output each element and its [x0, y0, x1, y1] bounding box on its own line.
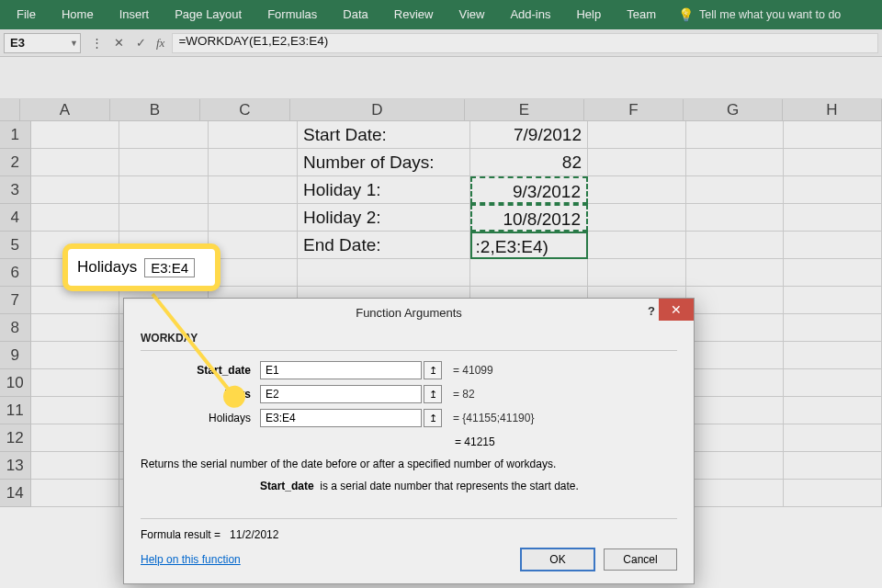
cell-H8[interactable]: [784, 314, 882, 342]
cell-G14[interactable]: [686, 480, 785, 507]
cell-C5[interactable]: [209, 232, 298, 259]
ribbon-tab-page-layout[interactable]: Page Layout: [162, 0, 254, 29]
cell-D6[interactable]: [298, 259, 470, 287]
cell-F5[interactable]: [588, 232, 686, 259]
range-selector-icon[interactable]: ↥: [424, 385, 442, 403]
cell-E2[interactable]: 82: [470, 149, 588, 176]
column-header-C[interactable]: C: [200, 99, 290, 121]
cell-D3[interactable]: Holiday 1:: [298, 176, 470, 204]
cell-H4[interactable]: [784, 204, 882, 232]
cell-C3[interactable]: [209, 176, 298, 204]
cell-G7[interactable]: [686, 287, 785, 314]
cell-C6[interactable]: [209, 259, 298, 287]
cell-E5[interactable]: :2,E3:E4): [470, 232, 588, 259]
cell-A12[interactable]: [31, 424, 120, 452]
select-all-corner[interactable]: [0, 99, 20, 121]
cell-C2[interactable]: [209, 149, 298, 176]
cell-G3[interactable]: [686, 176, 785, 204]
cell-A9[interactable]: [31, 342, 120, 369]
cell-G9[interactable]: [686, 342, 785, 369]
range-selector-icon[interactable]: ↥: [424, 409, 442, 427]
cell-E1[interactable]: 7/9/2012: [470, 121, 588, 149]
cancel-icon[interactable]: ✕: [108, 33, 129, 53]
row-header-3[interactable]: 3: [0, 176, 31, 204]
cell-B4[interactable]: [119, 204, 209, 232]
ribbon-tab-view[interactable]: View: [446, 0, 497, 29]
cell-B2[interactable]: [119, 149, 209, 176]
cell-A4[interactable]: [31, 204, 120, 232]
cell-A11[interactable]: [31, 397, 120, 424]
arg-input-holidays[interactable]: [260, 409, 422, 427]
cell-H1[interactable]: [784, 121, 882, 149]
arg-input-days[interactable]: [260, 385, 422, 403]
cell-H2[interactable]: [784, 149, 882, 176]
ribbon-tab-team[interactable]: Team: [614, 0, 669, 29]
dialog-titlebar[interactable]: Function Arguments ? ✕: [124, 299, 694, 326]
enter-icon[interactable]: ✓: [130, 33, 151, 53]
cell-G12[interactable]: [686, 424, 785, 452]
arg-input-start_date[interactable]: [260, 361, 422, 379]
formula-input[interactable]: =WORKDAY(E1,E2,E3:E4): [172, 33, 878, 53]
row-header-11[interactable]: 11: [0, 397, 31, 424]
column-header-E[interactable]: E: [465, 99, 584, 121]
column-header-G[interactable]: G: [684, 99, 783, 121]
cell-G11[interactable]: [686, 397, 785, 424]
ribbon-tab-formulas[interactable]: Formulas: [254, 0, 330, 29]
close-button[interactable]: ✕: [659, 299, 694, 321]
cell-H9[interactable]: [784, 342, 882, 369]
row-header-9[interactable]: 9: [0, 342, 31, 369]
cell-A14[interactable]: [31, 480, 120, 507]
fx-icon[interactable]: fx: [156, 36, 164, 51]
cell-G5[interactable]: [686, 232, 785, 259]
cell-G2[interactable]: [686, 149, 785, 176]
cell-C1[interactable]: [209, 121, 298, 149]
name-box[interactable]: E3 ▼: [4, 33, 81, 53]
range-selector-icon[interactable]: ↥: [424, 361, 442, 379]
cell-G6[interactable]: [686, 259, 785, 287]
cell-H14[interactable]: [784, 480, 882, 507]
help-icon[interactable]: ?: [648, 304, 655, 318]
row-header-2[interactable]: 2: [0, 149, 31, 176]
row-header-14[interactable]: 14: [0, 480, 31, 507]
cell-G1[interactable]: [686, 121, 785, 149]
ribbon-tab-home[interactable]: Home: [49, 0, 107, 29]
cell-D2[interactable]: Number of Days:: [298, 149, 470, 176]
cell-H12[interactable]: [784, 424, 882, 452]
cell-A8[interactable]: [31, 314, 120, 342]
cell-E3[interactable]: 9/3/2012: [470, 176, 588, 204]
row-header-10[interactable]: 10: [0, 369, 31, 397]
help-link[interactable]: Help on this function: [141, 553, 241, 566]
ribbon-tab-file[interactable]: File: [4, 0, 49, 29]
ok-button[interactable]: OK: [521, 548, 594, 571]
row-header-8[interactable]: 8: [0, 314, 31, 342]
column-header-D[interactable]: D: [290, 99, 465, 121]
cell-E6[interactable]: [470, 259, 588, 287]
cell-G8[interactable]: [686, 314, 785, 342]
cell-F2[interactable]: [588, 149, 686, 176]
cell-G13[interactable]: [686, 452, 785, 480]
cell-H13[interactable]: [784, 452, 882, 480]
column-header-A[interactable]: A: [20, 99, 110, 121]
cell-A10[interactable]: [31, 369, 120, 397]
chevron-down-icon[interactable]: ▼: [70, 39, 78, 48]
row-header-7[interactable]: 7: [0, 287, 31, 314]
cell-F1[interactable]: [588, 121, 686, 149]
cell-G4[interactable]: [686, 204, 785, 232]
cell-A1[interactable]: [31, 121, 120, 149]
cell-F6[interactable]: [588, 259, 686, 287]
cell-B3[interactable]: [119, 176, 209, 204]
cell-A13[interactable]: [31, 452, 120, 480]
row-header-1[interactable]: 1: [0, 121, 31, 149]
expand-icon[interactable]: ⋮: [86, 33, 107, 53]
column-header-F[interactable]: F: [584, 99, 684, 121]
cell-D1[interactable]: Start Date:: [298, 121, 470, 149]
row-header-6[interactable]: 6: [0, 259, 31, 287]
cell-B1[interactable]: [119, 121, 209, 149]
cell-G10[interactable]: [686, 369, 785, 397]
cell-H11[interactable]: [784, 397, 882, 424]
cell-H3[interactable]: [784, 176, 882, 204]
ribbon-tab-add-ins[interactable]: Add-ins: [497, 0, 563, 29]
cell-F4[interactable]: [588, 204, 686, 232]
ribbon-tab-insert[interactable]: Insert: [107, 0, 163, 29]
cell-A3[interactable]: [31, 176, 120, 204]
